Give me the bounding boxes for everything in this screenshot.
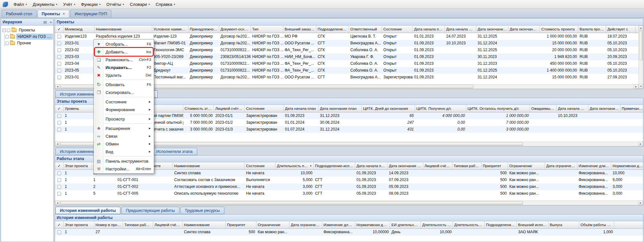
scroll-left-icon[interactable]: ◄ <box>55 85 60 89</box>
row-select-cell[interactable] <box>55 60 63 67</box>
menubar-item-reports[interactable]: Отчёты▾ <box>104 0 127 8</box>
column-header-expected-results[interactable]: Ожидаемые результаты <box>530 105 557 112</box>
context-menu-item-edit[interactable]: ✎Исправить...F2 <box>95 63 153 71</box>
column-header-basis-doc[interactable]: Документ-основание <box>219 26 251 33</box>
context-menu-item-duplicate[interactable]: ❏Размножить...Ctrl+F3 <box>95 56 153 63</box>
column-header-department-executor[interactable]: Подразделение-исполнитель <box>314 162 355 169</box>
tree-checkbox[interactable] <box>7 29 10 32</box>
row-select-cell[interactable] <box>55 33 63 40</box>
column-header-cost-account[interactable]: Лицевой счёт затр <box>423 162 452 169</box>
section-tab-work-history[interactable]: История изменений работы <box>55 207 120 214</box>
horizontal-scrollbar[interactable]: ◄ ► <box>55 201 643 205</box>
tab-pup-instructions[interactable]: Инструкции ПУП <box>70 10 111 17</box>
row-select-cell[interactable] <box>55 126 63 133</box>
menubar-item-functions[interactable]: Функции▾ <box>78 0 103 8</box>
tree-checkbox[interactable] <box>5 41 9 45</box>
scrollbar-track[interactable] <box>639 30 643 84</box>
menubar-item-dictionaries[interactable]: Словари▾ <box>127 0 153 8</box>
column-header-constraint[interactable]: Ограничение <box>508 162 545 169</box>
column-header-type[interactable]: Тип <box>251 26 283 33</box>
tree-item-projects-root[interactable]: − Проекты <box>2 27 53 33</box>
column-header-state[interactable]: Состояние <box>245 162 276 169</box>
column-header-work-volume-plan[interactable]: Объём работы план <box>579 221 614 228</box>
column-header-cost[interactable]: Стоимость проекта <box>540 26 578 33</box>
column-header-date-start-fact[interactable]: Дата начала факт <box>557 105 588 112</box>
row-checkbox[interactable] <box>57 185 61 189</box>
row-checkbox[interactable] <box>57 128 61 132</box>
column-header-note[interactable]: Примечание <box>620 105 643 112</box>
context-menu-item-toolbar-panel[interactable]: ▤Панель инструментов <box>95 157 153 165</box>
column-header-currency[interactable]: Валюта проекта <box>578 26 606 33</box>
column-header-valid-from[interactable]: Действует с <box>606 26 636 33</box>
scrollbar-track[interactable] <box>60 201 638 205</box>
scrollbar-thumb[interactable] <box>639 31 643 60</box>
column-header-date-end-plan[interactable]: Дата окончания план <box>388 162 423 169</box>
row-select-cell[interactable] <box>55 170 63 177</box>
scroll-right-icon[interactable]: ► <box>638 201 643 205</box>
column-header-citk-remaining[interactable]: ЦИТК. Осталось получить д/с <box>466 105 530 112</box>
scroll-right-icon[interactable]: ► <box>634 85 638 89</box>
column-header-department[interactable]: Подразделение-ответственный <box>316 26 349 33</box>
context-menu-item-refresh[interactable]: ↻ОбновитьF5 <box>95 81 153 88</box>
row-select-cell[interactable] <box>55 47 63 53</box>
column-header-level[interactable]: Уровень <box>63 105 94 112</box>
row-checkbox[interactable] <box>57 41 61 45</box>
grid-row[interactable]: Изделие123Разработка изделия 123Изделие-… <box>55 33 638 40</box>
tree-item-other[interactable]: Прочее <box>5 40 53 46</box>
section-tab-stage-executors[interactable]: Исполнители этапа <box>152 148 197 155</box>
context-menu-item-formation[interactable]: Формирование► <box>95 106 153 113</box>
column-header-project-stage[interactable]: Этап проекта <box>63 162 92 169</box>
column-header-typical-work[interactable]: Типовая работа <box>123 221 153 228</box>
column-header-constraint-date[interactable]: Дата ограничения <box>289 221 322 228</box>
row-select-cell[interactable] <box>55 53 63 60</box>
context-menu-item-exchange[interactable]: ⇄Обмен► <box>95 140 153 148</box>
context-menu-item-copy[interactable]: ❐Скопировать... <box>95 88 153 96</box>
column-header-duration-fact[interactable]: Длительность факт <box>453 221 485 228</box>
column-header-department-executor[interactable]: Подразделение-исполн. <box>485 221 517 228</box>
row-checkbox[interactable] <box>57 114 61 118</box>
column-header-cost-account[interactable]: Лицевой счёт затр. <box>153 221 183 228</box>
column-header-normative-duration[interactable]: Нормативная длительность <box>611 162 643 169</box>
column-header-date-start-plan[interactable]: Дата начала план <box>284 105 319 112</box>
column-header-date-start-fact[interactable]: Дата начала факт. <box>445 26 476 33</box>
column-header-constraint[interactable]: Ограничение <box>256 221 289 228</box>
column-header-account[interactable]: Лицевой счёт затрат. <box>214 105 245 112</box>
row-select-cell[interactable] <box>55 183 63 190</box>
context-menu-item-add[interactable]: ✚Добавить...Ins <box>95 48 153 56</box>
row-checkbox[interactable] <box>57 192 61 196</box>
column-header-priority[interactable]: Приоритет <box>226 221 256 228</box>
column-header-output[interactable]: Выпуск <box>548 221 579 228</box>
column-header-date-end-plan[interactable]: Дата окончания план. <box>476 26 508 33</box>
menubar-item-file[interactable]: Файл▾ <box>11 0 30 8</box>
row-select-cell[interactable] <box>55 112 63 119</box>
menubar-item-help[interactable]: Справка▾ <box>153 0 178 8</box>
column-header-date-end-fact[interactable]: Дата окончания ф <box>588 105 620 112</box>
row-checkbox[interactable] <box>57 178 61 182</box>
column-header-responsible[interactable]: Ответственный <box>349 26 382 33</box>
row-checkbox[interactable] <box>57 121 61 125</box>
column-header-normative-duration[interactable]: Нормативная длительность <box>355 221 390 228</box>
section-tab-labor-resources[interactable]: Трудовые ресурсы <box>180 207 224 214</box>
column-header-ownership[interactable]: Принадлежность <box>188 26 219 33</box>
row-select-cell[interactable] <box>55 67 63 74</box>
grid-row[interactable]: 127Синтез сплава500Как можно ран...Фикси… <box>55 229 643 236</box>
scroll-up-icon[interactable]: ▲ <box>639 26 643 30</box>
context-menu-item-filter[interactable]: ▼Отобрать...F6 <box>95 40 153 48</box>
column-header-check[interactable]: ✓ <box>55 105 63 112</box>
row-checkbox[interactable] <box>57 62 61 66</box>
vertical-scrollbar[interactable]: ▲ ▼ <box>638 26 643 89</box>
row-checkbox[interactable] <box>57 75 61 79</box>
column-header-typical-work[interactable]: Типовая работа <box>452 162 481 169</box>
context-menu-item-state[interactable]: Состояние► <box>95 98 153 106</box>
row-checkbox[interactable] <box>57 35 61 39</box>
row-checkbox[interactable] <box>57 171 61 175</box>
column-header-stage-cost[interactable]: Стоимость этапа <box>183 105 214 112</box>
row-select-cell[interactable] <box>55 229 63 236</box>
column-header-duration-plan[interactable]: Длительность план▼ <box>276 162 314 169</box>
column-header-duration-change[interactable]: Изменение длительности <box>577 162 611 169</box>
column-header-state[interactable]: Состояние <box>245 105 284 112</box>
panel-grid-icon[interactable]: ▤ <box>43 20 47 24</box>
row-select-cell[interactable] <box>55 74 63 81</box>
grid-row[interactable]: 1201-СГТ-002Аттестация основного и приме… <box>55 183 643 190</box>
menubar-item-documents[interactable]: Документы▾ <box>30 0 60 8</box>
